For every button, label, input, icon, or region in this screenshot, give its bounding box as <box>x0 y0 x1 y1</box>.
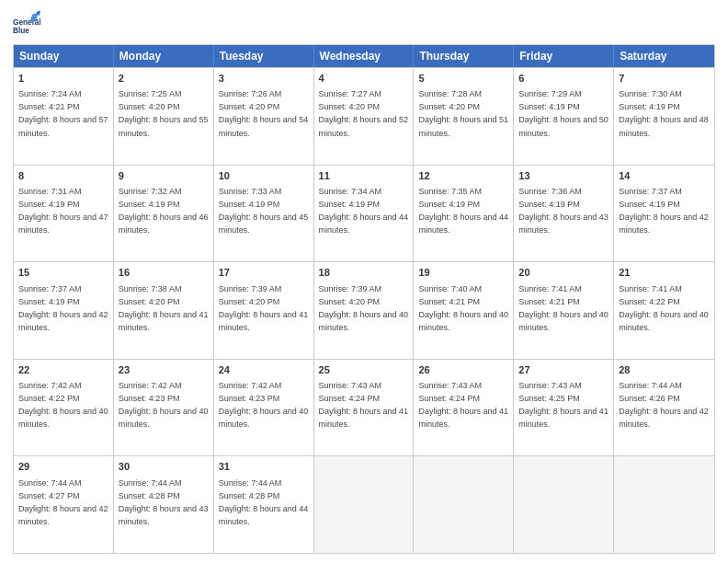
logo-icon: General Blue <box>13 9 40 37</box>
cell-info: Sunrise: 7:43 AMSunset: 4:25 PMDaylight:… <box>518 381 609 429</box>
calendar-cell: 29Sunrise: 7:44 AMSunset: 4:27 PMDayligh… <box>14 456 114 553</box>
day-number: 19 <box>418 266 508 280</box>
cell-info: Sunrise: 7:30 AMSunset: 4:19 PMDaylight:… <box>619 89 709 137</box>
day-number: 4 <box>319 72 409 86</box>
day-number: 29 <box>18 460 108 474</box>
calendar-cell: 14Sunrise: 7:37 AMSunset: 4:19 PMDayligh… <box>614 166 714 262</box>
calendar-cell: 21Sunrise: 7:41 AMSunset: 4:22 PMDayligh… <box>614 262 714 359</box>
cell-info: Sunrise: 7:41 AMSunset: 4:22 PMDaylight:… <box>619 284 709 332</box>
weekday-header: Tuesday <box>214 45 314 67</box>
calendar-cell: 1Sunrise: 7:24 AMSunset: 4:21 PMDaylight… <box>14 68 114 165</box>
day-number: 2 <box>119 72 209 86</box>
cell-info: Sunrise: 7:38 AMSunset: 4:20 PMDaylight:… <box>119 284 209 332</box>
day-number: 15 <box>18 266 108 280</box>
day-number: 27 <box>518 363 609 377</box>
cell-info: Sunrise: 7:27 AMSunset: 4:20 PMDaylight:… <box>319 89 409 137</box>
calendar-cell: 24Sunrise: 7:42 AMSunset: 4:23 PMDayligh… <box>214 360 314 456</box>
cell-info: Sunrise: 7:42 AMSunset: 4:22 PMDaylight:… <box>18 381 108 429</box>
day-number: 5 <box>418 72 508 86</box>
calendar-cell: 11Sunrise: 7:34 AMSunset: 4:19 PMDayligh… <box>314 166 415 262</box>
cell-info: Sunrise: 7:33 AMSunset: 4:19 PMDaylight:… <box>219 187 309 235</box>
cell-info: Sunrise: 7:25 AMSunset: 4:20 PMDaylight:… <box>119 89 209 137</box>
day-number: 10 <box>219 169 309 183</box>
day-number: 26 <box>418 363 508 377</box>
calendar-week-row: 1Sunrise: 7:24 AMSunset: 4:21 PMDaylight… <box>14 67 714 165</box>
calendar-cell: 28Sunrise: 7:44 AMSunset: 4:26 PMDayligh… <box>614 360 714 456</box>
calendar: SundayMondayTuesdayWednesdayThursdayFrid… <box>13 44 715 554</box>
weekday-header: Monday <box>114 45 214 67</box>
weekday-header: Saturday <box>614 45 714 67</box>
logo: General Blue <box>13 9 40 37</box>
calendar-body: 1Sunrise: 7:24 AMSunset: 4:21 PMDaylight… <box>14 67 714 553</box>
calendar-header: SundayMondayTuesdayWednesdayThursdayFrid… <box>14 45 714 67</box>
cell-info: Sunrise: 7:28 AMSunset: 4:20 PMDaylight:… <box>418 89 508 137</box>
calendar-week-row: 15Sunrise: 7:37 AMSunset: 4:19 PMDayligh… <box>14 261 714 359</box>
calendar-cell: 19Sunrise: 7:40 AMSunset: 4:21 PMDayligh… <box>414 262 514 359</box>
day-number: 8 <box>18 169 108 183</box>
cell-info: Sunrise: 7:42 AMSunset: 4:23 PMDaylight:… <box>219 381 309 429</box>
cell-info: Sunrise: 7:43 AMSunset: 4:24 PMDaylight:… <box>418 381 508 429</box>
calendar-cell: 3Sunrise: 7:26 AMSunset: 4:20 PMDaylight… <box>214 68 314 165</box>
calendar-week-row: 29Sunrise: 7:44 AMSunset: 4:27 PMDayligh… <box>14 455 714 553</box>
cell-info: Sunrise: 7:37 AMSunset: 4:19 PMDaylight:… <box>619 187 709 235</box>
calendar-cell: 31Sunrise: 7:44 AMSunset: 4:28 PMDayligh… <box>214 456 314 553</box>
calendar-cell: 13Sunrise: 7:36 AMSunset: 4:19 PMDayligh… <box>514 166 614 262</box>
day-number: 6 <box>518 72 609 86</box>
weekday-header: Thursday <box>414 45 514 67</box>
calendar-cell: 5Sunrise: 7:28 AMSunset: 4:20 PMDaylight… <box>414 68 514 165</box>
day-number: 28 <box>619 363 710 377</box>
page-header: General Blue <box>13 9 715 37</box>
calendar-cell: 16Sunrise: 7:38 AMSunset: 4:20 PMDayligh… <box>114 262 214 359</box>
day-number: 17 <box>219 266 309 280</box>
cell-info: Sunrise: 7:35 AMSunset: 4:19 PMDaylight:… <box>418 187 508 235</box>
calendar-cell: 17Sunrise: 7:39 AMSunset: 4:20 PMDayligh… <box>214 262 314 359</box>
calendar-cell: 4Sunrise: 7:27 AMSunset: 4:20 PMDaylight… <box>314 68 415 165</box>
calendar-cell: 7Sunrise: 7:30 AMSunset: 4:19 PMDaylight… <box>614 68 714 165</box>
calendar-cell: 8Sunrise: 7:31 AMSunset: 4:19 PMDaylight… <box>14 166 114 262</box>
day-number: 24 <box>219 363 309 377</box>
weekday-header: Wednesday <box>314 45 415 67</box>
calendar-week-row: 22Sunrise: 7:42 AMSunset: 4:22 PMDayligh… <box>14 359 714 456</box>
cell-info: Sunrise: 7:44 AMSunset: 4:27 PMDaylight:… <box>18 478 108 526</box>
day-number: 14 <box>619 169 710 183</box>
calendar-cell: 15Sunrise: 7:37 AMSunset: 4:19 PMDayligh… <box>14 262 114 359</box>
cell-info: Sunrise: 7:44 AMSunset: 4:26 PMDaylight:… <box>619 381 709 429</box>
calendar-cell: 30Sunrise: 7:44 AMSunset: 4:28 PMDayligh… <box>114 456 214 553</box>
day-number: 31 <box>219 460 309 474</box>
day-number: 13 <box>518 169 609 183</box>
cell-info: Sunrise: 7:37 AMSunset: 4:19 PMDaylight:… <box>18 284 108 332</box>
cell-info: Sunrise: 7:31 AMSunset: 4:19 PMDaylight:… <box>18 187 108 235</box>
calendar-cell <box>414 456 514 553</box>
cell-info: Sunrise: 7:29 AMSunset: 4:19 PMDaylight:… <box>518 89 609 137</box>
cell-info: Sunrise: 7:43 AMSunset: 4:24 PMDaylight:… <box>319 381 409 429</box>
day-number: 9 <box>119 169 209 183</box>
day-number: 23 <box>119 363 209 377</box>
day-number: 21 <box>619 266 710 280</box>
cell-info: Sunrise: 7:39 AMSunset: 4:20 PMDaylight:… <box>319 284 409 332</box>
calendar-cell <box>314 456 415 553</box>
calendar-cell <box>514 456 614 553</box>
day-number: 22 <box>18 363 108 377</box>
calendar-cell <box>614 456 714 553</box>
day-number: 30 <box>119 460 209 474</box>
calendar-cell: 27Sunrise: 7:43 AMSunset: 4:25 PMDayligh… <box>514 360 614 456</box>
cell-info: Sunrise: 7:40 AMSunset: 4:21 PMDaylight:… <box>418 284 508 332</box>
day-number: 25 <box>319 363 409 377</box>
cell-info: Sunrise: 7:26 AMSunset: 4:20 PMDaylight:… <box>219 89 309 137</box>
day-number: 18 <box>319 266 409 280</box>
day-number: 3 <box>219 72 309 86</box>
calendar-cell: 18Sunrise: 7:39 AMSunset: 4:20 PMDayligh… <box>314 262 415 359</box>
cell-info: Sunrise: 7:44 AMSunset: 4:28 PMDaylight:… <box>119 478 209 526</box>
calendar-cell: 20Sunrise: 7:41 AMSunset: 4:21 PMDayligh… <box>514 262 614 359</box>
calendar-cell: 22Sunrise: 7:42 AMSunset: 4:22 PMDayligh… <box>14 360 114 456</box>
cell-info: Sunrise: 7:41 AMSunset: 4:21 PMDaylight:… <box>518 284 609 332</box>
cell-info: Sunrise: 7:42 AMSunset: 4:23 PMDaylight:… <box>119 381 209 429</box>
weekday-header: Friday <box>514 45 614 67</box>
calendar-cell: 23Sunrise: 7:42 AMSunset: 4:23 PMDayligh… <box>114 360 214 456</box>
calendar-cell: 6Sunrise: 7:29 AMSunset: 4:19 PMDaylight… <box>514 68 614 165</box>
day-number: 11 <box>319 169 409 183</box>
cell-info: Sunrise: 7:34 AMSunset: 4:19 PMDaylight:… <box>319 187 409 235</box>
day-number: 20 <box>518 266 609 280</box>
day-number: 16 <box>119 266 209 280</box>
weekday-header: Sunday <box>14 45 114 67</box>
